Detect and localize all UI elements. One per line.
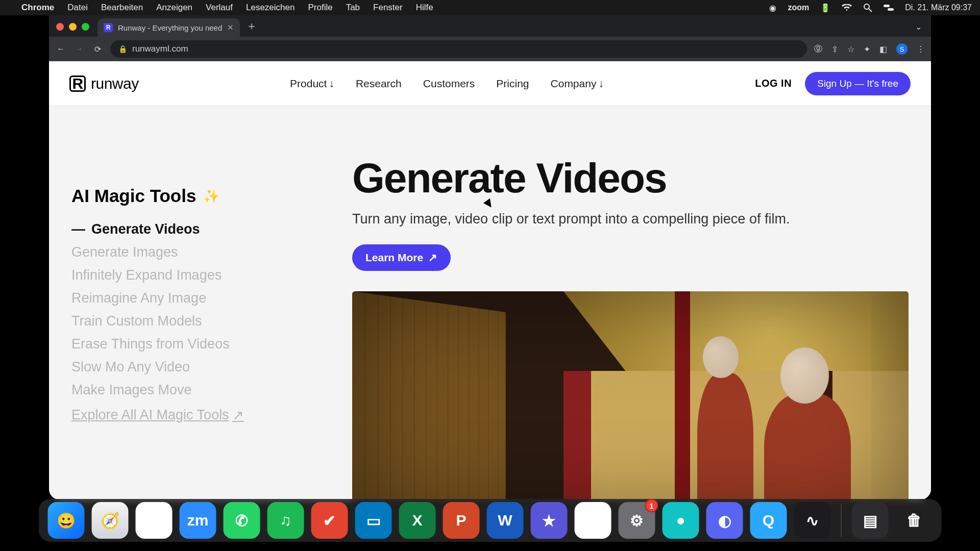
dock-app-trash[interactable]: 🗑 xyxy=(896,502,933,539)
svg-rect-2 xyxy=(884,5,890,7)
control-center-icon[interactable] xyxy=(884,4,894,11)
zoom-menubar[interactable]: zoom xyxy=(788,3,809,12)
menubar-clock[interactable]: Di. 21. März 09:37 xyxy=(905,3,972,12)
svg-line-1 xyxy=(869,9,872,12)
page-viewport: R runway Product↓ Research Customers Pri… xyxy=(49,61,931,500)
nav-customers[interactable]: Customers xyxy=(423,78,475,90)
dock-app-discord[interactable]: ◐ xyxy=(706,502,743,539)
sidebar-item-reimagine[interactable]: Reimagine Any Image xyxy=(71,290,311,306)
dock-app-powerpoint[interactable]: P xyxy=(443,502,480,539)
wifi-icon[interactable] xyxy=(842,4,852,11)
sidebar-title: AI Magic Tools ✨ xyxy=(71,186,311,206)
signup-button[interactable]: Sign Up — It's free xyxy=(805,72,911,95)
magic-wand-icon: ✨ xyxy=(203,188,219,204)
dock-app-finder[interactable]: 😀 xyxy=(48,502,85,539)
window-minimize-button[interactable] xyxy=(69,23,77,31)
window-maximize-button[interactable] xyxy=(82,23,89,31)
tab-close-icon[interactable]: ✕ xyxy=(227,23,234,32)
sidebar-item-expand-images[interactable]: Infinitely Expand Images xyxy=(71,267,311,283)
battery-icon[interactable]: 🔋 xyxy=(820,3,830,13)
dock-app-imovie[interactable]: ★ xyxy=(531,502,568,539)
tab-title: Runway - Everything you need xyxy=(118,23,222,32)
extensions-icon[interactable]: ✦ xyxy=(864,44,870,54)
brand-text: runway xyxy=(91,75,139,92)
menubar-item[interactable]: Tab xyxy=(346,3,360,13)
address-bar[interactable]: 🔒 runwayml.com xyxy=(110,40,807,58)
dock-app-settings[interactable]: ⚙1 xyxy=(619,502,655,539)
sidebar-item-slowmo[interactable]: Slow Mo Any Video xyxy=(71,359,311,375)
sidebar-item-generate-videos[interactable]: Generate Videos xyxy=(71,221,311,237)
video-preview xyxy=(352,291,909,500)
sidebar-item-generate-images[interactable]: Generate Images xyxy=(71,244,311,260)
dock-app-calculator[interactable]: ▤ xyxy=(852,502,889,539)
dock-app-voice-memos[interactable]: ∿ xyxy=(794,502,831,539)
arrow-northeast-icon: ↗ xyxy=(428,252,437,264)
menubar-item[interactable]: Lesezeichen xyxy=(246,3,295,13)
spotlight-icon[interactable] xyxy=(863,3,872,12)
tab-list-dropdown-icon[interactable]: ⌄ xyxy=(915,22,922,32)
hero-subtitle: Turn any image, video clip or text promp… xyxy=(352,211,909,227)
menubar-item[interactable]: Hilfe xyxy=(416,3,433,13)
login-link[interactable]: LOG IN xyxy=(755,78,792,89)
bookmark-star-icon[interactable]: ☆ xyxy=(847,44,854,54)
menubar-app-name[interactable]: Chrome xyxy=(21,3,54,13)
learn-more-button[interactable]: Learn More ↗ xyxy=(352,244,451,271)
dock: 😀🧭◉zm✆♫✔▭XPW★▲⚙1●◐Q∿▤🗑 xyxy=(39,499,942,542)
brand-logo[interactable]: R runway xyxy=(69,75,139,92)
dock-app-chrome[interactable]: ◉ xyxy=(136,502,173,539)
dock-app-spotify[interactable]: ♫ xyxy=(267,502,304,539)
primary-nav: Product↓ Research Customers Pricing Comp… xyxy=(290,78,604,90)
chevron-down-icon: ↓ xyxy=(329,78,334,90)
dock-app-whatsapp[interactable]: ✆ xyxy=(224,502,260,539)
menubar-item[interactable]: Anzeigen xyxy=(156,3,192,13)
sidebar-item-train-models[interactable]: Train Custom Models xyxy=(71,313,311,329)
nav-company[interactable]: Company↓ xyxy=(551,78,604,90)
dock-app-safari[interactable]: 🧭 xyxy=(92,502,129,539)
reload-button[interactable]: ⟳ xyxy=(92,44,103,54)
url-text: runwayml.com xyxy=(132,44,188,54)
back-button[interactable]: ← xyxy=(55,44,66,54)
dock-app-zoom[interactable]: zm xyxy=(180,502,216,539)
dock-app-trello[interactable]: ▭ xyxy=(355,502,392,539)
dock-badge: 1 xyxy=(645,499,658,512)
record-icon[interactable]: ◉ xyxy=(769,3,776,13)
profile-avatar[interactable]: S xyxy=(896,43,908,55)
sidebar-explore-link[interactable]: Explore All AI Magic Tools↗ xyxy=(71,407,311,423)
sidebar-item-images-move[interactable]: Make Images Move xyxy=(71,382,311,398)
tab-strip: R Runway - Everything you need ✕ ＋ ⌄ xyxy=(49,15,931,37)
hero-title: Generate Videos xyxy=(352,157,909,199)
menubar-item[interactable]: Fenster xyxy=(373,3,403,13)
menubar-item[interactable]: Verlauf xyxy=(206,3,233,13)
svg-point-0 xyxy=(864,4,869,9)
arrow-northeast-icon: ↗ xyxy=(232,407,244,423)
sidepanel-icon[interactable]: ◧ xyxy=(879,44,887,54)
menubar-item[interactable]: Profile xyxy=(308,3,332,13)
tools-sidebar: AI Magic Tools ✨ Generate Videos Generat… xyxy=(71,157,311,500)
window-close-button[interactable] xyxy=(56,23,64,31)
nav-product[interactable]: Product↓ xyxy=(290,78,334,90)
forward-button[interactable]: → xyxy=(74,44,85,54)
dock-app-drive[interactable]: ▲ xyxy=(575,502,611,539)
dock-app-todoist[interactable]: ✔ xyxy=(311,502,348,539)
nav-pricing[interactable]: Pricing xyxy=(496,78,529,90)
menubar-item[interactable]: Datei xyxy=(67,3,88,13)
browser-tab[interactable]: R Runway - Everything you need ✕ xyxy=(97,18,240,37)
dock-separator xyxy=(841,504,842,537)
svg-rect-3 xyxy=(888,8,894,11)
mac-menubar: Chrome Datei Bearbeiten Anzeigen Verlauf… xyxy=(0,0,980,15)
dock-app-excel[interactable]: X xyxy=(399,502,436,539)
favicon-icon: R xyxy=(104,23,113,32)
new-tab-button[interactable]: ＋ xyxy=(246,18,257,34)
dock-app-app-teal[interactable]: ● xyxy=(663,502,699,539)
menubar-item[interactable]: Bearbeiten xyxy=(101,3,143,13)
share-icon[interactable]: ⇪ xyxy=(831,44,838,54)
dock-app-word[interactable]: W xyxy=(487,502,524,539)
chrome-menu-icon[interactable]: ⋮ xyxy=(917,44,925,54)
dock-app-quicktime[interactable]: Q xyxy=(750,502,787,539)
toolbar: ← → ⟳ 🔒 runwayml.com ⓖ ⇪ ☆ ✦ ◧ S ⋮ xyxy=(49,37,931,61)
google-lens-icon[interactable]: ⓖ xyxy=(814,44,822,55)
browser-window: R Runway - Everything you need ✕ ＋ ⌄ ← →… xyxy=(49,15,931,500)
nav-research[interactable]: Research xyxy=(356,78,402,90)
sidebar-item-erase[interactable]: Erase Things from Videos xyxy=(71,336,311,352)
chevron-down-icon: ↓ xyxy=(598,78,604,90)
